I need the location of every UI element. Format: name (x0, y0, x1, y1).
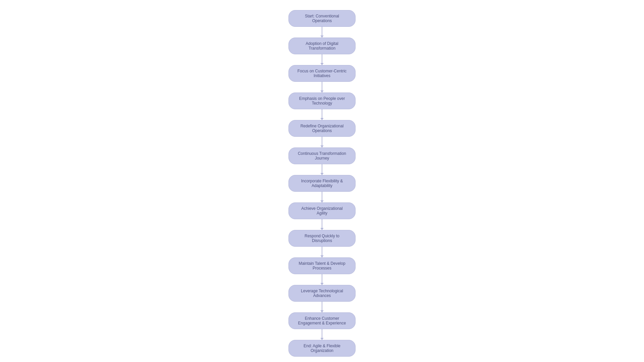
flow-node-redefine: Redefine Organizational Operations (288, 120, 356, 137)
flow-connector-6 (322, 192, 322, 202)
flow-node-leverage: Leverage Technological Advances (288, 285, 356, 302)
flow-connector-11 (322, 329, 322, 340)
flow-node-end: End: Agile & Flexible Organization (288, 340, 356, 357)
flow-connector-3 (322, 109, 322, 120)
flow-node-continuous: Continuous Transformation Journey (288, 147, 356, 164)
flow-connector-2 (322, 82, 322, 93)
flow-connector-1 (322, 54, 322, 65)
flow-node-achieve: Achieve Organizational Agility (288, 202, 356, 219)
flow-node-adoption: Adoption of Digital Transformation (288, 38, 356, 54)
flow-connector-7 (322, 219, 322, 230)
flow-connector-8 (322, 247, 322, 257)
flow-connector-10 (322, 302, 322, 312)
flow-connector-5 (322, 164, 322, 175)
flow-node-start: Start: Conventional Operations (288, 10, 356, 27)
flow-connector-9 (322, 274, 322, 285)
flow-connector-0 (322, 27, 322, 38)
flowchart: Start: Conventional OperationsAdoption o… (288, 3, 356, 362)
flow-connector-4 (322, 137, 322, 147)
flow-node-respond: Respond Quickly to Disruptions (288, 230, 356, 247)
flow-node-focus: Focus on Customer-Centric Initiatives (288, 65, 356, 82)
flow-node-enhance: Enhance Customer Engagement & Experience (288, 312, 356, 329)
flow-node-incorporate: Incorporate Flexibility & Adaptability (288, 175, 356, 192)
flow-node-maintain: Maintain Talent & Develop Processes (288, 257, 356, 274)
flow-node-emphasis: Emphasis on People over Technology (288, 93, 356, 109)
